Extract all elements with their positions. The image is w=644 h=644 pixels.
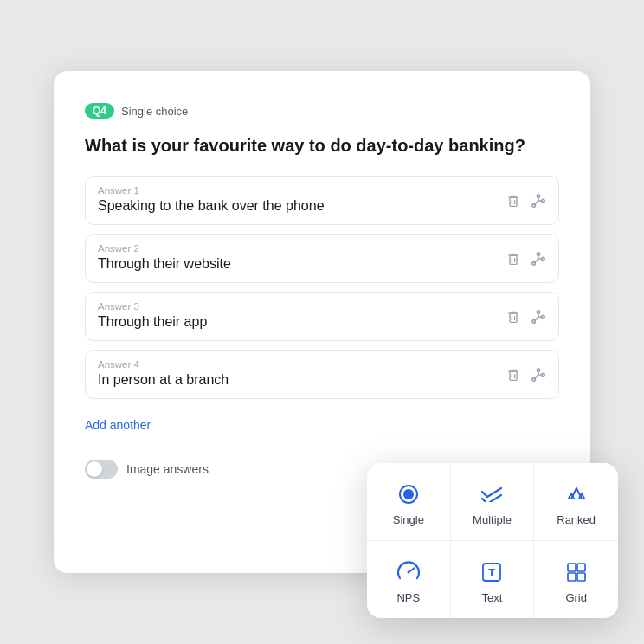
- delete-button[interactable]: [505, 366, 522, 383]
- toggle-knob: [87, 461, 102, 477]
- answer-actions: [505, 191, 548, 210]
- svg-point-4: [532, 203, 536, 207]
- answer-label: Answer 3: [98, 301, 546, 312]
- delete-button[interactable]: [505, 308, 522, 325]
- branch-icon: [531, 367, 546, 383]
- ranked-icon: [564, 482, 589, 506]
- trash-icon: [506, 310, 520, 324]
- add-another-button[interactable]: Add another: [85, 411, 151, 439]
- answer-item: Answer 1 Speaking to the bank over the p…: [85, 176, 559, 225]
- popup-card: Single Multiple: [367, 463, 618, 618]
- popup-item-single[interactable]: Single: [367, 463, 451, 541]
- single-icon: [396, 482, 421, 506]
- svg-rect-7: [510, 255, 517, 264]
- svg-rect-0: [510, 197, 517, 206]
- answer-actions: [505, 249, 548, 268]
- trash-icon: [506, 194, 520, 208]
- svg-point-24: [542, 373, 545, 377]
- answer-label: Answer 4: [98, 359, 546, 370]
- popup-item-label: Multiple: [473, 513, 512, 526]
- answer-item: Answer 4 In person at a branch: [85, 350, 559, 399]
- svg-point-5: [537, 194, 540, 197]
- trash-icon: [506, 368, 520, 382]
- popup-item-label: NPS: [396, 591, 420, 604]
- answer-actions: [505, 365, 548, 384]
- branch-icon: [531, 309, 546, 325]
- popup-item-ranked[interactable]: Ranked: [534, 463, 618, 541]
- branch-icon: [531, 251, 546, 267]
- popup-item-label: Ranked: [557, 513, 596, 526]
- svg-rect-35: [577, 564, 585, 571]
- branch-button[interactable]: [529, 191, 548, 210]
- svg-rect-34: [568, 564, 576, 571]
- answer-text: Speaking to the bank over the phone: [98, 198, 546, 214]
- popup-item-multiple[interactable]: Multiple: [451, 463, 535, 541]
- grid-icon: [564, 560, 589, 584]
- delete-button[interactable]: [505, 250, 522, 267]
- answer-label: Answer 1: [98, 185, 546, 196]
- question-title: What is your favourite way to do day-to-…: [85, 134, 559, 157]
- popup-item-nps[interactable]: NPS: [367, 541, 451, 618]
- branch-button[interactable]: [529, 365, 548, 384]
- popup-item-text[interactable]: T Text: [451, 541, 535, 618]
- delete-button[interactable]: [505, 192, 522, 209]
- svg-point-3: [542, 199, 545, 203]
- svg-point-31: [407, 571, 409, 574]
- popup-item-grid[interactable]: Grid: [534, 541, 618, 618]
- svg-point-10: [542, 257, 545, 261]
- answers-list: Answer 1 Speaking to the bank over the p…: [85, 176, 559, 399]
- text-icon: T: [480, 560, 504, 584]
- popup-item-label: Grid: [565, 591, 587, 604]
- q-number: Q4: [85, 103, 114, 119]
- image-answers-toggle[interactable]: [85, 460, 118, 479]
- svg-rect-21: [510, 371, 517, 380]
- svg-point-12: [537, 252, 540, 255]
- answer-text: Through their app: [98, 314, 546, 330]
- multiple-icon: [480, 482, 504, 506]
- svg-rect-14: [510, 313, 517, 322]
- popup-item-label: Text: [482, 591, 503, 604]
- svg-point-29: [403, 489, 414, 499]
- branch-button[interactable]: [529, 249, 548, 268]
- answer-item: Answer 3 Through their app: [85, 292, 559, 341]
- svg-point-19: [537, 310, 540, 313]
- popup-grid: Single Multiple: [367, 463, 618, 618]
- answer-label: Answer 2: [98, 243, 546, 254]
- branch-button[interactable]: [529, 307, 548, 326]
- svg-point-11: [532, 261, 536, 265]
- branch-icon: [531, 193, 546, 209]
- svg-rect-36: [568, 573, 576, 581]
- image-answers-label: Image answers: [126, 462, 209, 476]
- nps-icon: [396, 560, 421, 584]
- answer-text: In person at a branch: [98, 372, 546, 388]
- answer-text: Through their website: [98, 256, 546, 272]
- question-badge: Q4 Single choice: [85, 103, 188, 119]
- svg-point-18: [532, 319, 536, 323]
- trash-icon: [506, 252, 520, 266]
- svg-rect-37: [577, 573, 585, 581]
- page-wrapper: Q4 Single choice What is your favourite …: [0, 0, 644, 644]
- svg-point-26: [537, 368, 540, 371]
- answer-item: Answer 2 Through their website: [85, 234, 559, 283]
- answer-actions: [505, 307, 548, 326]
- q-type-label: Single choice: [121, 105, 188, 118]
- svg-point-17: [542, 315, 545, 319]
- popup-item-label: Single: [393, 513, 424, 526]
- svg-text:T: T: [489, 566, 496, 579]
- svg-point-25: [532, 377, 536, 381]
